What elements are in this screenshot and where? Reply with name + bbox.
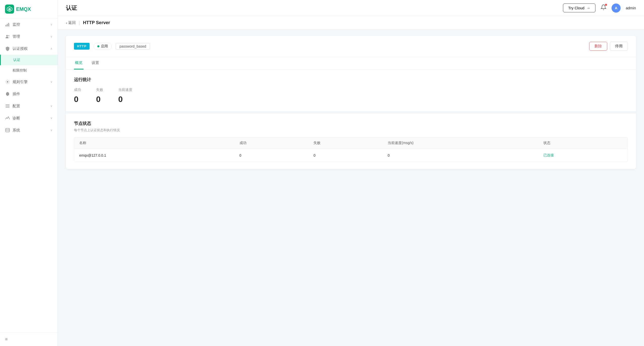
status-label: 启用 <box>101 44 108 49</box>
sidebar-item-auth[interactable]: 认证授权 ∧ <box>0 43 58 55</box>
sidebar-item-diag[interactable]: 诊断 ∨ <box>0 112 58 124</box>
try-cloud-button[interactable]: Try Cloud → <box>563 4 595 12</box>
stat-success: 成功 0 <box>74 88 81 104</box>
svg-point-5 <box>6 35 8 37</box>
sidebar-item-plugins[interactable]: 插件 <box>0 88 58 100</box>
back-chevron-icon: ‹ <box>66 21 67 25</box>
sidebar-item-auth-label: 认证授权 <box>13 46 28 51</box>
page-header: ‹ 返回 | HTTP Server <box>58 16 644 30</box>
tab-settings[interactable]: 设置 <box>91 57 100 70</box>
user-name[interactable]: admin <box>626 6 636 10</box>
plugins-icon <box>5 91 10 96</box>
sidebar-item-manage[interactable]: 管理 ∨ <box>0 30 58 43</box>
main-card: HTTP 启用 password_based 删除 停用 概览 设置 <box>66 36 636 169</box>
page-title: 认证 <box>66 4 77 12</box>
node-name: emqx@127.0.0.1 <box>74 149 234 162</box>
col-speed: 当前速度(msg/s) <box>383 137 538 149</box>
sidebar-item-plugins-label: 插件 <box>13 92 20 96</box>
manage-icon <box>5 34 10 39</box>
rules-arrow: ∨ <box>50 80 53 84</box>
sidebar-item-authz-label: 权限控制 <box>13 68 27 73</box>
sidebar-item-authn[interactable]: 认证 <box>0 55 58 65</box>
svg-point-8 <box>6 128 10 130</box>
http-badge: HTTP <box>74 43 90 50</box>
content-area: ‹ 返回 | HTTP Server HTTP 启用 password_base… <box>58 16 644 346</box>
rules-icon <box>5 79 10 84</box>
header-divider: | <box>79 20 80 25</box>
node-speed: 0 <box>383 149 538 162</box>
sidebar-item-config-label: 配置 <box>13 104 20 109</box>
col-name: 名称 <box>74 137 234 149</box>
main-content: 认证 Try Cloud → A admin ‹ 返回 <box>58 0 644 346</box>
bar-actions: 删除 停用 <box>589 42 628 51</box>
sidebar-collapse-btn[interactable]: ≡ <box>0 332 58 346</box>
table-row: emqx@127.0.0.1 0 0 0 已连接 <box>74 149 628 162</box>
sidebar-item-system[interactable]: 系统 ∨ <box>0 124 58 136</box>
sidebar-item-rules[interactable]: 规则引擎 ∨ <box>0 76 58 88</box>
svg-rect-2 <box>7 24 8 26</box>
tab-overview[interactable]: 概览 <box>74 57 84 70</box>
diag-icon <box>5 116 10 121</box>
emqx-logo-icon <box>5 5 14 14</box>
node-failure: 0 <box>308 149 383 162</box>
notification-dot <box>605 4 607 6</box>
bar-chart-icon <box>5 22 10 27</box>
node-section-title: 节点状态 <box>74 121 628 126</box>
stat-failure-label: 失败 <box>96 88 103 92</box>
table-header-row: 名称 成功 失败 当前速度(msg/s) 状态 <box>74 137 628 149</box>
stat-success-value: 0 <box>74 95 81 104</box>
header: 认证 Try Cloud → A admin <box>58 0 644 16</box>
stats-section: 运行统计 成功 0 失败 0 当前速度 0 <box>66 70 636 111</box>
svg-point-6 <box>8 35 9 36</box>
svg-rect-3 <box>8 23 9 26</box>
stats-row: 成功 0 失败 0 当前速度 0 <box>74 88 628 104</box>
sidebar-item-monitor-label: 监控 <box>13 22 20 27</box>
nodes-table: 名称 成功 失败 当前速度(msg/s) 状态 emqx@127.0.0.1 0 <box>74 137 628 162</box>
back-button[interactable]: ‹ 返回 <box>66 20 76 25</box>
col-status: 状态 <box>538 137 628 149</box>
diag-arrow: ∨ <box>50 116 53 120</box>
sidebar-item-authz[interactable]: 权限控制 <box>0 65 58 76</box>
sidebar-item-diag-label: 诊断 <box>13 116 20 121</box>
page-header-name: HTTP Server <box>83 20 110 25</box>
stat-speed: 当前速度 0 <box>118 88 132 104</box>
node-section: 节点状态 每个节点上认证状态和执行情况 名称 成功 失败 当前速度(msg/s)… <box>66 114 636 169</box>
status-badge: 启用 <box>94 43 112 50</box>
stat-speed-label: 当前速度 <box>118 88 132 92</box>
stat-failure-value: 0 <box>96 95 103 104</box>
disable-button[interactable]: 停用 <box>610 42 628 51</box>
http-info-bar: HTTP 启用 password_based 删除 停用 <box>66 36 636 57</box>
status-active-dot <box>97 45 99 47</box>
system-icon <box>5 128 10 133</box>
sidebar-item-authn-label: 认证 <box>13 58 20 62</box>
config-icon <box>5 103 10 109</box>
logo-text: EMQX <box>16 6 31 12</box>
col-failure: 失败 <box>308 137 383 149</box>
nodes-table-wrap: 名称 成功 失败 当前速度(msg/s) 状态 emqx@127.0.0.1 0 <box>74 137 628 162</box>
manage-arrow: ∨ <box>50 35 53 38</box>
tab-bar: 概览 设置 <box>66 57 636 70</box>
svg-point-7 <box>7 81 8 83</box>
sidebar-item-manage-label: 管理 <box>13 34 20 39</box>
stat-failure: 失败 0 <box>96 88 103 104</box>
node-success: 0 <box>234 149 309 162</box>
shield-icon <box>5 46 10 51</box>
logo: EMQX <box>0 0 58 18</box>
user-avatar[interactable]: A <box>612 4 621 13</box>
delete-button[interactable]: 删除 <box>589 42 607 51</box>
sidebar-item-system-label: 系统 <box>13 128 20 133</box>
svg-rect-1 <box>6 25 6 26</box>
sidebar: EMQX 监控 ∨ 管理 ∨ 认证授权 ∧ 认证 <box>0 0 58 346</box>
node-status: 已连接 <box>538 149 628 162</box>
sidebar-item-rules-label: 规则引擎 <box>13 80 28 84</box>
notification-bell[interactable] <box>600 4 607 12</box>
svg-rect-4 <box>9 23 10 26</box>
stat-speed-value: 0 <box>118 95 132 104</box>
system-arrow: ∨ <box>50 128 53 132</box>
stat-success-label: 成功 <box>74 88 81 92</box>
sidebar-item-monitor[interactable]: 监控 ∨ <box>0 18 58 30</box>
col-success: 成功 <box>234 137 309 149</box>
sidebar-item-config[interactable]: 配置 ∨ <box>0 100 58 112</box>
auth-arrow: ∧ <box>50 47 53 50</box>
type-badge: password_based <box>116 43 150 50</box>
